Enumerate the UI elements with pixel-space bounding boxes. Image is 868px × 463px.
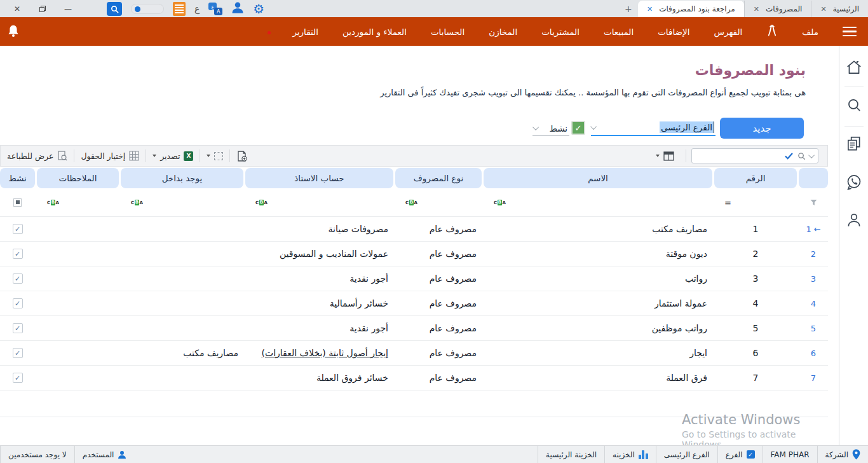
statusbar-company[interactable]: الشركة bbox=[817, 446, 868, 463]
active-filter-dropdown[interactable]: نشط bbox=[532, 121, 569, 136]
row-active-checkbox[interactable] bbox=[13, 273, 23, 284]
close-tab-icon[interactable]: ✕ bbox=[820, 5, 826, 13]
toggle-switch[interactable] bbox=[131, 4, 164, 14]
contains-filter-icon bbox=[405, 200, 417, 205]
chevron-down-icon[interactable] bbox=[532, 124, 539, 130]
minimize-window-icon[interactable]: — bbox=[62, 3, 74, 15]
close-tab-icon[interactable]: ✕ bbox=[754, 5, 759, 13]
filter-type[interactable] bbox=[395, 190, 482, 215]
chevron-down-icon[interactable] bbox=[808, 152, 815, 158]
check-icon bbox=[785, 153, 793, 160]
statusbar-company-value[interactable]: FAM PHAR bbox=[763, 446, 817, 463]
titlebar: ✕ — ع عA ⚙ الرئيسية ✕ المصروفات ✕ مراجعة… bbox=[0, 0, 868, 17]
statusbar-treasury[interactable]: الخزينه bbox=[604, 446, 656, 463]
filter-name[interactable] bbox=[484, 190, 712, 215]
table-row[interactable]: 2 2 ديون موقتة مصروف عام عمولات المناديب… bbox=[0, 242, 828, 266]
contains-filter-icon bbox=[494, 200, 506, 205]
row-active-checkbox[interactable] bbox=[13, 323, 23, 333]
filter-inside[interactable] bbox=[121, 190, 243, 215]
checkbox-filter-icon bbox=[13, 198, 22, 207]
menu-reports[interactable]: التقارير bbox=[292, 27, 318, 37]
translate-icon[interactable]: عA bbox=[208, 3, 222, 15]
active-filter-checkbox[interactable]: ✓ bbox=[571, 121, 585, 135]
user-icon bbox=[118, 450, 126, 459]
menu-warehouses[interactable]: المخازن bbox=[489, 27, 517, 37]
search-icon[interactable] bbox=[845, 97, 863, 114]
filter-active[interactable] bbox=[0, 190, 35, 215]
window-controls: ✕ — bbox=[0, 0, 74, 17]
grid-search-input[interactable] bbox=[691, 148, 818, 163]
export-button[interactable]: تصدير bbox=[146, 146, 200, 166]
table-row[interactable]: 5 5 رواتب موظفين مصروف عام أجور نقدية bbox=[0, 316, 828, 341]
row-active-checkbox[interactable] bbox=[13, 348, 23, 358]
language-indicator[interactable]: ع bbox=[194, 4, 200, 14]
hamburger-menu-icon[interactable] bbox=[843, 27, 857, 36]
chevron-down-icon[interactable] bbox=[590, 123, 597, 130]
menu-accounts[interactable]: الحسابات bbox=[431, 27, 465, 37]
header-type[interactable]: نوع المصروف bbox=[395, 168, 482, 188]
header-inside[interactable]: يوجد بداخل bbox=[121, 168, 243, 188]
print-preview-button[interactable]: عرض للطباعة bbox=[1, 146, 74, 166]
row-active-checkbox[interactable] bbox=[13, 298, 23, 308]
menu-clients-suppliers[interactable]: العملاء و الموردين bbox=[342, 27, 407, 37]
header-num[interactable]: الرقم bbox=[714, 168, 797, 188]
menu-sales[interactable]: المبيعات bbox=[604, 27, 634, 37]
statusbar-user-value[interactable]: لا يوجد مستخدمين bbox=[0, 446, 74, 463]
filter-notes[interactable] bbox=[37, 190, 119, 215]
statusbar: الشركة FAM PHAR الفرع الفرع الرئيسى الخز… bbox=[0, 445, 868, 463]
filter-ledger[interactable] bbox=[245, 190, 393, 215]
header-active[interactable]: نشط bbox=[0, 168, 35, 188]
statusbar-branch-value[interactable]: الفرع الرئيسى bbox=[656, 446, 717, 463]
layout-button[interactable] bbox=[649, 151, 681, 161]
close-tab-icon[interactable]: ✕ bbox=[647, 5, 653, 13]
grid-body: ←1 1 مصاريف مكتب مصروف عام مصروفات صيانة… bbox=[0, 216, 828, 390]
restore-window-icon[interactable] bbox=[39, 6, 46, 12]
row-active-checkbox[interactable] bbox=[13, 249, 23, 259]
user-icon[interactable] bbox=[231, 1, 244, 17]
menu-file[interactable]: ملف bbox=[802, 27, 818, 37]
tab-expenses[interactable]: المصروفات ✕ bbox=[744, 1, 811, 17]
tab-expense-items-review[interactable]: مراجعة بنود المصروفات ✕ bbox=[638, 1, 744, 17]
whatsapp-icon[interactable] bbox=[845, 173, 863, 191]
menu-purchases[interactable]: المشتريات bbox=[541, 27, 580, 37]
documents-icon[interactable] bbox=[845, 135, 863, 153]
home-icon[interactable] bbox=[845, 59, 863, 76]
table-row[interactable]: 4 4 عمولة استثمار مصروف عام خسائر رأسمال… bbox=[0, 291, 828, 316]
header-indicator[interactable] bbox=[799, 168, 828, 188]
search-icon[interactable] bbox=[107, 2, 122, 16]
statusbar-user[interactable]: المستخدم bbox=[74, 446, 135, 463]
filter-num[interactable]: = bbox=[714, 190, 797, 215]
table-row[interactable]: 3 3 رواتب مصروف عام أجور نقدية bbox=[0, 266, 828, 291]
table-row[interactable]: 6 6 ايجار مصروف عام إيجار أصول ثابتة (بخ… bbox=[0, 341, 828, 366]
statusbar-treasury-value[interactable]: الخزينة الرئيسية bbox=[538, 446, 604, 463]
row-active-checkbox[interactable] bbox=[13, 373, 23, 383]
row-active-checkbox[interactable] bbox=[13, 224, 23, 234]
list-icon[interactable] bbox=[173, 2, 186, 16]
tab-home[interactable]: الرئيسية ✕ bbox=[811, 1, 868, 17]
excel-icon bbox=[184, 151, 193, 161]
dropdown-caret-icon bbox=[656, 155, 660, 157]
header-ledger[interactable]: حساب الاستاذ bbox=[245, 168, 393, 188]
statusbar-branch[interactable]: الفرع bbox=[717, 446, 763, 463]
menu-additions[interactable]: الإضافات bbox=[658, 27, 689, 37]
header-notes[interactable]: الملاحظات bbox=[37, 168, 119, 188]
new-tab-button[interactable]: + bbox=[619, 1, 638, 17]
funnel-icon bbox=[810, 199, 817, 206]
table-row[interactable]: 7 7 فرق العملة مصروف عام خسائر فروق العم… bbox=[0, 366, 828, 390]
selection-mode-button[interactable] bbox=[200, 146, 229, 166]
bell-icon[interactable] bbox=[5, 23, 22, 42]
close-window-icon[interactable]: ✕ bbox=[11, 3, 23, 15]
table-row[interactable]: ←1 1 مصاريف مكتب مصروف عام مصروفات صيانة bbox=[0, 217, 828, 242]
header-name[interactable]: الاسم bbox=[484, 168, 712, 188]
branch-filter-value: الفرع الرئيسى bbox=[660, 121, 714, 133]
new-record-button[interactable] bbox=[230, 146, 254, 166]
menu-index[interactable]: الفهرس bbox=[714, 27, 742, 37]
user-outline-icon[interactable] bbox=[845, 211, 863, 229]
choose-fields-button[interactable]: إختيار الحقول bbox=[74, 146, 146, 166]
contains-filter-icon bbox=[131, 200, 143, 205]
gear-icon[interactable]: ⚙ bbox=[253, 3, 264, 15]
branch-filter-input[interactable]: الفرع الرئيسى bbox=[591, 120, 715, 136]
new-button[interactable]: جديد bbox=[720, 118, 804, 139]
dropdown-caret-icon bbox=[207, 155, 210, 157]
filter-funnel[interactable] bbox=[799, 190, 828, 215]
